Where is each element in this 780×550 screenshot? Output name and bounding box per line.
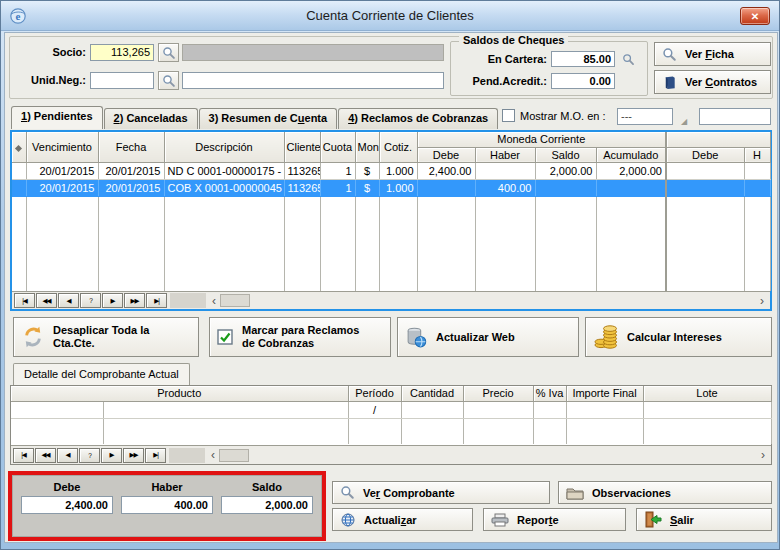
scrollbar-thumb[interactable] <box>220 294 250 307</box>
ver-contratos-button[interactable]: Ver Contratos <box>654 70 771 94</box>
scroll-right-arrow-icon[interactable]: › <box>757 449 769 461</box>
scrollbar-thumb[interactable] <box>219 449 249 462</box>
ver-ficha-button[interactable]: Ver Ficha <box>654 42 771 66</box>
actualizar-web-button[interactable]: Actualizar Web <box>397 317 579 357</box>
nav-button-prev[interactable]: ◀ <box>58 293 79 308</box>
grid-empty-row <box>12 196 770 215</box>
search-icon <box>662 47 677 62</box>
grid-cell[interactable]: 20/01/2015 <box>26 179 98 196</box>
unidneg-search-button[interactable] <box>158 71 179 90</box>
mostrar-mo-extra-field[interactable] <box>699 108 771 125</box>
grid-cell[interactable] <box>475 162 535 179</box>
detail-cell[interactable] <box>566 401 643 418</box>
grid-cell[interactable]: 2,000.00 <box>596 162 666 179</box>
grid-cell[interactable]: 2,000.00 <box>535 162 596 179</box>
close-button[interactable]: ✕ <box>740 7 770 25</box>
horizontal-scrollbar[interactable]: ‹› <box>208 294 768 307</box>
grid-cell[interactable]: 400.00 <box>475 179 535 196</box>
grid-cell[interactable]: 20/01/2015 <box>98 162 164 179</box>
detail-cell[interactable] <box>401 401 463 418</box>
grid-cell[interactable]: 1 <box>320 179 355 196</box>
grid-cell[interactable]: 113265 <box>284 179 320 196</box>
grid-row[interactable]: 20/01/201520/01/2015COB X 0001-00000045 … <box>12 179 770 196</box>
column-header: Período <box>348 386 401 401</box>
chevron-down-icon[interactable]: ◢ <box>681 117 687 126</box>
grid-cell[interactable]: 1.000 <box>379 162 417 179</box>
grid-cell[interactable] <box>744 162 770 179</box>
socio-search-button[interactable] <box>158 43 179 62</box>
grid-cell[interactable]: COB X 0001-00000045 - <box>164 179 284 196</box>
cheques-search-button[interactable] <box>619 51 637 67</box>
ver-comprobante-button[interactable]: Ver Comprobante <box>332 481 550 504</box>
grid-cell[interactable]: $ <box>355 179 379 196</box>
detail-cell[interactable] <box>103 401 348 418</box>
unidneg-input[interactable] <box>90 72 154 89</box>
horizontal-scrollbar[interactable]: ‹› <box>207 449 769 462</box>
detail-cell[interactable] <box>643 401 771 418</box>
scroll-left-arrow-icon[interactable]: ‹ <box>208 295 220 307</box>
grid-cell <box>164 196 284 215</box>
scroll-right-arrow-icon[interactable]: › <box>756 295 768 307</box>
actualizar-button[interactable]: Actualizar <box>332 508 473 531</box>
detail-cell[interactable] <box>463 401 533 418</box>
nav-button-prev[interactable]: ◀ <box>57 448 78 463</box>
nav-button-next-page[interactable]: ▶▶ <box>124 293 145 308</box>
saldo-total-field: 2,000.00 <box>221 496 313 514</box>
nav-button-next[interactable]: ▶ <box>102 293 123 308</box>
nav-button-next[interactable]: ▶ <box>101 448 122 463</box>
grid-cell[interactable]: 1.000 <box>379 179 417 196</box>
nav-button-last[interactable]: ▶| <box>146 293 167 308</box>
grid-cell[interactable]: 2,400.00 <box>417 162 475 179</box>
detail-cell[interactable] <box>11 401 103 418</box>
nav-button-first[interactable]: |◀ <box>14 293 35 308</box>
marcar-reclamos-button[interactable]: Marcar para Reclamosde Cobranzas <box>209 317 391 357</box>
grid-cell[interactable] <box>417 179 475 196</box>
grid-cell[interactable]: $ <box>355 162 379 179</box>
desaplicar-button[interactable]: Desaplicar Toda laCta.Cte. <box>13 317 199 357</box>
socio-input[interactable]: 113,265 <box>90 44 154 61</box>
grid-cell[interactable]: 20/01/2015 <box>26 162 98 179</box>
column-header: Precio <box>463 386 533 401</box>
scroll-left-arrow-icon[interactable]: ‹ <box>207 449 219 461</box>
detail-row[interactable]: / <box>11 401 771 418</box>
tab-detalle-comprobante[interactable]: Detalle del Comprobante Actual <box>13 363 190 385</box>
grid-cell[interactable] <box>535 179 596 196</box>
grid-cell[interactable]: 20/01/2015 <box>98 179 164 196</box>
tab-pendientes[interactable]: 1) Pendientes <box>11 106 103 129</box>
refresh-arrows-icon <box>21 325 45 349</box>
grid-cell[interactable]: 1 <box>320 162 355 179</box>
nav-button-first[interactable]: |◀ <box>13 448 34 463</box>
tab-canceladas[interactable]: 2) Canceladas <box>104 108 198 129</box>
grid-cell[interactable] <box>744 179 770 196</box>
grid-cell[interactable] <box>666 179 744 196</box>
grid-row[interactable]: 20/01/201520/01/2015ND C 0001-00000175 -… <box>12 162 770 179</box>
observaciones-button[interactable]: Observaciones <box>558 481 772 504</box>
grid-cell[interactable]: 113265 <box>284 162 320 179</box>
tab-resumen-cuenta[interactable]: 3) Resumen de Cuenta <box>199 108 338 129</box>
column-header: Producto <box>11 386 348 401</box>
tab-reclamos-cobranzas[interactable]: 4) Reclamos de Cobranzas <box>338 108 498 129</box>
nav-button-find[interactable]: ? <box>80 293 101 308</box>
calcular-intereses-button[interactable]: Calcular Intereses <box>585 317 772 357</box>
nav-button-next-page[interactable]: ▶▶ <box>123 448 144 463</box>
nav-button-prev-page[interactable]: ◀◀ <box>36 293 57 308</box>
column-header: Cantidad <box>401 386 463 401</box>
nav-button-find[interactable]: ? <box>79 448 100 463</box>
grid-cell[interactable] <box>666 162 744 179</box>
mostrar-mo-combo[interactable]: --- <box>617 108 673 125</box>
grid-cell <box>744 272 770 291</box>
salir-button[interactable]: Salir <box>636 508 772 531</box>
row-indicator-cell <box>12 272 26 291</box>
column-header: Cliente <box>284 132 320 162</box>
grid-cell[interactable]: ND C 0001-00000175 - <box>164 162 284 179</box>
unidneg-name-field[interactable] <box>182 72 444 89</box>
detail-cell[interactable]: / <box>348 401 401 418</box>
nav-button-prev-page[interactable]: ◀◀ <box>35 448 56 463</box>
mostrar-mo-checkbox[interactable] <box>502 109 515 122</box>
reporte-button[interactable]: Reporte <box>483 508 626 531</box>
detail-cell[interactable] <box>533 401 566 418</box>
grid-cell[interactable] <box>596 179 666 196</box>
grid-cell <box>417 253 475 272</box>
grid-cell <box>744 234 770 253</box>
nav-button-last[interactable]: ▶| <box>145 448 166 463</box>
